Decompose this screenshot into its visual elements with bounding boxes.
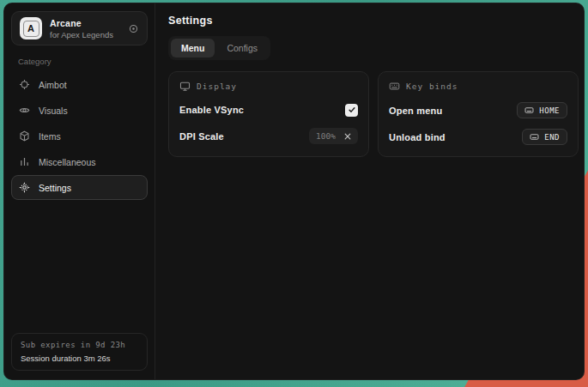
display-card-title: Display: [197, 82, 237, 91]
display-card: Display Enable VSync DPI Scale 100%: [168, 71, 369, 157]
cube-icon: [19, 130, 30, 142]
sidebar-item-miscellaneous[interactable]: Miscellaneous: [11, 149, 148, 174]
app-title-block: Arcane for Apex Legends: [50, 18, 113, 39]
unload-bind-keybind[interactable]: END: [522, 129, 567, 145]
eye-icon: [19, 105, 30, 116]
sidebar-item-settings[interactable]: Settings: [11, 175, 148, 200]
gear-icon: [19, 182, 30, 193]
monitor-icon: [179, 81, 191, 92]
vsync-checkbox[interactable]: [345, 104, 358, 117]
crosshair-icon: [19, 79, 30, 90]
target-icon[interactable]: [128, 23, 139, 34]
sidebar-item-label: Visuals: [39, 106, 68, 116]
sidebar-item-aimbot[interactable]: Aimbot: [11, 72, 148, 97]
settings-cards: Display Enable VSync DPI Scale 100%: [168, 71, 579, 157]
session-info-box: Sub expires in 9d 23h Session duration 3…: [11, 333, 148, 371]
sidebar-item-label: Aimbot: [39, 80, 67, 90]
app-title: Arcane: [50, 18, 113, 28]
app-window: A Arcane for Apex Legends Category: [3, 3, 585, 380]
session-duration-text: Session duration 3m 26s: [21, 354, 138, 363]
keyboard-icon: [524, 106, 534, 115]
check-icon: [348, 106, 356, 114]
dpi-label: DPI Scale: [179, 131, 224, 142]
page-title: Settings: [168, 15, 579, 27]
keybinds-card: Key binds Open menu HOME Unload bin: [378, 71, 579, 157]
bars-icon: [19, 156, 30, 167]
setting-row-open-menu: Open menu HOME: [389, 102, 567, 118]
app-subtitle: for Apex Legends: [50, 30, 113, 39]
setting-row-dpi: DPI Scale 100%: [179, 128, 358, 144]
keybinds-card-title: Key binds: [406, 82, 458, 91]
sidebar-item-label: Miscellaneous: [39, 157, 96, 167]
clear-icon[interactable]: [344, 133, 351, 140]
sidebar-item-label: Items: [39, 131, 61, 142]
sidebar-header-card: A Arcane for Apex Legends: [11, 11, 148, 45]
sidebar-item-items[interactable]: Items: [11, 124, 148, 148]
sidebar-item-visuals[interactable]: Visuals: [11, 98, 148, 123]
tab-bar: Menu Configs: [168, 36, 270, 60]
sub-expiry-text: Sub expires in 9d 23h: [21, 341, 138, 349]
dpi-scale-value: 100%: [316, 131, 336, 141]
app-logo: A: [20, 17, 42, 39]
sidebar: A Arcane for Apex Legends Category: [4, 3, 155, 379]
open-menu-keybind[interactable]: HOME: [517, 102, 567, 118]
setting-row-unload: Unload bind END: [389, 129, 567, 145]
category-label: Category: [18, 57, 141, 66]
display-card-header: Display: [179, 81, 358, 92]
keybinds-card-header: Key binds: [389, 81, 567, 92]
app-logo-letter: A: [23, 21, 39, 37]
unload-bind-key: END: [544, 133, 560, 142]
setting-row-vsync: Enable VSync: [179, 102, 358, 118]
keyboard-icon: [530, 132, 539, 142]
unload-bind-label: Unload bind: [389, 132, 446, 142]
open-menu-key: HOME: [539, 106, 560, 115]
vsync-label: Enable VSync: [179, 105, 244, 115]
open-menu-label: Open menu: [389, 106, 442, 116]
sidebar-spacer: [11, 201, 148, 333]
tab-menu[interactable]: Menu: [171, 39, 215, 57]
sidebar-item-label: Settings: [39, 183, 71, 193]
dpi-scale-input[interactable]: 100%: [309, 128, 358, 144]
keyboard-icon: [389, 81, 400, 92]
tab-configs[interactable]: Configs: [216, 39, 268, 57]
main-content: Settings Menu Configs Display: [155, 3, 585, 379]
